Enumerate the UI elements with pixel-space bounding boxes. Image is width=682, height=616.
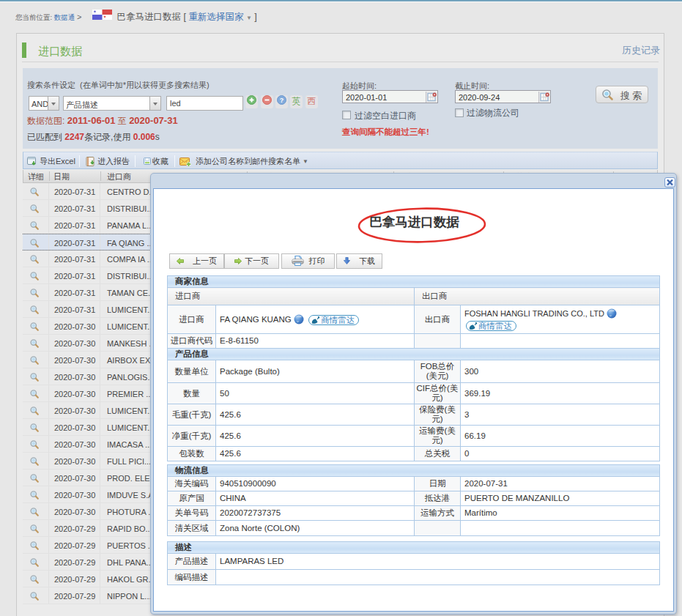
svg-text:?: ? <box>280 97 284 104</box>
